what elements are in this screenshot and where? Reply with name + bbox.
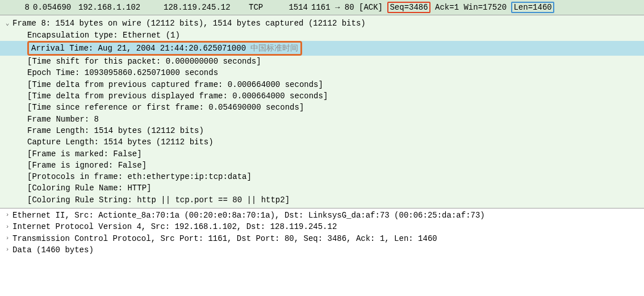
tcp: Transmission Control Protocol, Src Port:…: [12, 234, 437, 243]
delta-displayed-row[interactable]: [Time delta from previous displayed fram…: [0, 90, 644, 102]
chevron-down-icon[interactable]: ⌄: [3, 19, 11, 28]
frame-marked: [Frame is marked: False]: [27, 149, 142, 159]
col-protocol: TCP: [249, 2, 277, 13]
ip: Internet Protocol Version 4, Src: 192.16…: [12, 222, 337, 231]
arrival-tz: 中国标准时间: [250, 44, 298, 53]
epoch-row[interactable]: Epoch Time: 1093095860.625071000 seconds: [0, 67, 644, 78]
col-no: 8: [5, 2, 33, 13]
packet-row[interactable]: 8 0.054690 192.168.1.102 128.119.245.12 …: [0, 1, 644, 14]
packet-list-pane: 8 0.054690 192.168.1.102 128.119.245.12 …: [0, 0, 644, 15]
delta-displayed: [Time delta from previous displayed fram…: [27, 91, 328, 101]
data-row[interactable]: ›Data (1460 bytes): [0, 244, 644, 256]
timeshift-row[interactable]: [Time shift for this packet: 0.000000000…: [0, 56, 644, 67]
packet-detail-pane: ⌄Frame 8: 1514 bytes on wire (12112 bits…: [0, 15, 644, 209]
encapsulation-row[interactable]: Encapsulation type: Ethernet (1): [0, 30, 644, 41]
col-time: 0.054690: [33, 2, 78, 13]
protocol-summaries: ›Ethernet II, Src: Actionte_8a:70:1a (00…: [0, 209, 644, 257]
coloring-rule-string: [Coloring Rule String: http || tcp.port …: [27, 195, 290, 205]
info-prefix: 1161 → 80 [ACK]: [311, 3, 387, 12]
highlight-arrival: Arrival Time: Aug 21, 2004 21:44:20.6250…: [27, 41, 302, 56]
tcp-row[interactable]: ›Transmission Control Protocol, Src Port…: [0, 233, 644, 244]
since-ref-row[interactable]: [Time since reference or first frame: 0.…: [0, 102, 644, 113]
coloring-rule-string-row[interactable]: [Coloring Rule String: http || tcp.port …: [0, 194, 644, 206]
coloring-rule-name: [Coloring Rule Name: HTTP]: [27, 184, 151, 193]
arrival-time: Arrival Time: Aug 21, 2004 21:44:20.6250…: [31, 44, 250, 53]
chevron-right-icon[interactable]: ›: [3, 223, 11, 232]
ip-row[interactable]: ›Internet Protocol Version 4, Src: 192.1…: [0, 221, 644, 232]
encapsulation: Encapsulation type: Ethernet (1): [27, 31, 180, 40]
ethernet-row[interactable]: ›Ethernet II, Src: Actionte_8a:70:1a (00…: [0, 210, 644, 221]
capture-length: Capture Length: 1514 bytes (12112 bits): [27, 137, 214, 147]
data: Data (1460 bytes): [12, 245, 94, 255]
capture-length-row[interactable]: Capture Length: 1514 bytes (12112 bits): [0, 136, 644, 148]
frame-marked-row[interactable]: [Frame is marked: False]: [0, 148, 644, 160]
frame-summary: Frame 8: 1514 bytes on wire (12112 bits)…: [12, 19, 366, 28]
protocols-in-frame: [Protocols in frame: eth:ethertype:ip:tc…: [27, 172, 252, 181]
chevron-right-icon[interactable]: ›: [3, 211, 11, 220]
ethernet: Ethernet II, Src: Actionte_8a:70:1a (00:…: [12, 211, 485, 220]
timeshift: [Time shift for this packet: 0.000000000…: [27, 57, 261, 66]
delta-captured-row[interactable]: [Time delta from previous captured frame…: [0, 79, 644, 90]
info-mid: Ack=1 Win=17520: [430, 3, 512, 12]
frame-ignored-row[interactable]: [Frame is ignored: False]: [0, 160, 644, 171]
since-ref: [Time since reference or first frame: 0.…: [27, 103, 304, 112]
col-info: 1161 → 80 [ACK] Seq=3486 Ack=1 Win=17520…: [311, 2, 639, 13]
col-destination: 128.119.245.12: [164, 2, 249, 13]
chevron-right-icon[interactable]: ›: [3, 245, 11, 255]
frame-number-row[interactable]: Frame Number: 8: [0, 114, 644, 125]
highlight-seq: Seq=3486: [387, 2, 430, 13]
col-source: 192.168.1.102: [78, 2, 164, 13]
chevron-right-icon[interactable]: ›: [3, 234, 11, 243]
frame-summary-row[interactable]: ⌄Frame 8: 1514 bytes on wire (12112 bits…: [0, 18, 644, 29]
frame-number: Frame Number: 8: [27, 115, 99, 124]
frame-ignored: [Frame is ignored: False]: [27, 161, 147, 170]
frame-length: Frame Length: 1514 bytes (12112 bits): [27, 126, 204, 135]
coloring-rule-name-row[interactable]: [Coloring Rule Name: HTTP]: [0, 182, 644, 194]
frame-length-row[interactable]: Frame Length: 1514 bytes (12112 bits): [0, 125, 644, 136]
delta-captured: [Time delta from previous captured frame…: [27, 80, 323, 89]
protocols-in-frame-row[interactable]: [Protocols in frame: eth:ethertype:ip:tc…: [0, 171, 644, 182]
arrival-time-row[interactable]: Arrival Time: Aug 21, 2004 21:44:20.6250…: [0, 41, 644, 56]
epoch: Epoch Time: 1093095860.625071000 seconds: [27, 68, 218, 77]
col-length: 1514: [277, 2, 311, 13]
highlight-len: Len=1460: [511, 2, 554, 13]
